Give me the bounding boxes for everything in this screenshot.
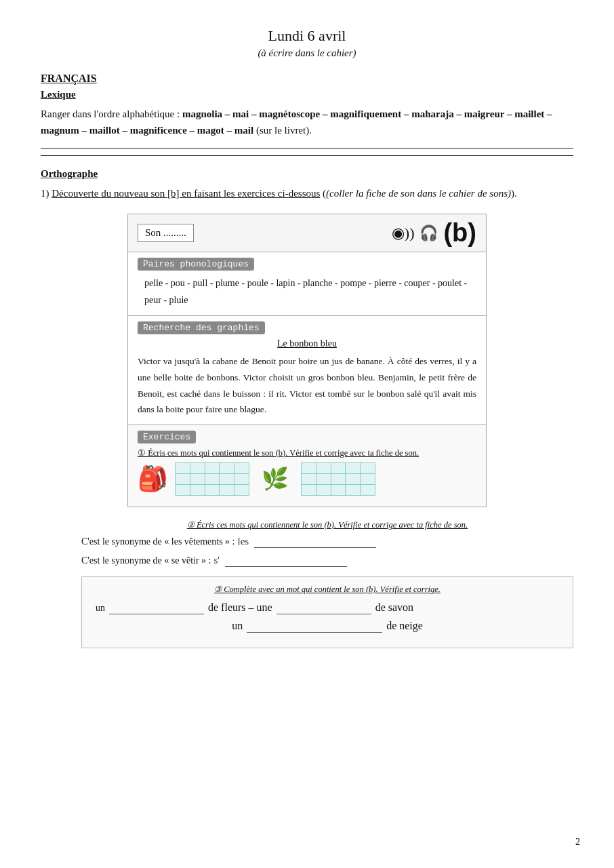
ex2-line2-answer: s' — [214, 555, 220, 566]
ex1-row: 🎒 🌿 — [138, 462, 476, 496]
recherche-label: Recherche des graphies — [138, 321, 265, 334]
ex3-line1-prefix: un — [96, 603, 105, 614]
francais-label: FRANÇAIS — [41, 73, 573, 85]
exercices-section: Exercices ① Écris ces mots qui contienne… — [128, 425, 486, 507]
lexique-label: Lexique — [41, 89, 573, 100]
page-number: 2 — [575, 837, 580, 848]
paires-label: Paires phonologiques — [138, 258, 254, 271]
grid-table-2 — [301, 462, 375, 496]
page-title: Lundi 6 avril — [41, 27, 573, 45]
orthographe-intro-underline: Découverte du nouveau son [b] en faisant… — [52, 188, 320, 199]
lexique-text: Ranger dans l'ordre alphabétique : magno… — [41, 106, 573, 138]
grid-table-1 — [175, 462, 249, 496]
son-text: Son ......... — [145, 227, 186, 238]
ex3-dots-3 — [247, 621, 382, 633]
phoneme-b: (b) — [443, 218, 476, 248]
ex3-box: ③ Complète avec un mot qui contient le s… — [81, 576, 573, 648]
ex3-dots-1 — [109, 603, 204, 614]
ex3-row1: un de fleurs – une de savon — [96, 601, 559, 614]
paires-words: pelle - pou - pull - plume - poule - lap… — [138, 275, 476, 309]
divider-1 — [41, 148, 573, 149]
bonbon-text: Victor va jusqu'à la cabane de Benoit po… — [138, 353, 476, 418]
ex3-dots-2 — [277, 603, 371, 614]
ear-icon: 🎧 — [419, 224, 438, 242]
orthographe-intro-italic: (coller la fiche de son dans le cahier d… — [326, 188, 511, 199]
ex2-text: ② Écris ces mots qui contiennent le son … — [81, 519, 573, 530]
ex3-line1-suffix: de savon — [375, 601, 413, 614]
page-subtitle: (à écrire dans le cahier) — [41, 47, 573, 59]
ex2-line2: C'est le synonyme de « se vêtir » : s' — [81, 555, 573, 567]
bag-icon: 🎒 — [138, 465, 168, 493]
recherche-section: Recherche des graphies Le bonbon bleu Vi… — [128, 315, 486, 425]
orthographe-section: Orthographe 1) Découverte du nouveau son… — [41, 168, 573, 648]
tree-icon: 🌿 — [262, 466, 289, 492]
lexique-after: (sur le livret). — [253, 125, 312, 136]
paires-section: Paires phonologiques pelle - pou - pull … — [128, 252, 486, 315]
ex3-row2: un de neige — [96, 620, 559, 633]
ex2-line2-dots — [225, 555, 347, 567]
ex2-line1: C'est le synonyme de « les vêtements » :… — [81, 536, 573, 548]
ex3-line1-middle: de fleurs – une — [208, 601, 272, 614]
ex3-line2-suffix: de neige — [386, 620, 423, 632]
orthographe-intro: 1) Découverte du nouveau son [b] en fais… — [41, 185, 573, 201]
ex3-line2-prefix: un — [232, 620, 243, 632]
lexique-section: Lexique Ranger dans l'ordre alphabétique… — [41, 89, 573, 138]
orthographe-label: Orthographe — [41, 168, 573, 180]
divider-2 — [41, 155, 573, 156]
ex2-line2-prefix: C'est le synonyme de « se vêtir » : — [81, 555, 211, 566]
lexique-before: Ranger dans l'ordre alphabétique : — [41, 108, 182, 119]
exercices-label: Exercices — [138, 431, 196, 443]
ex1-text: ① Écris ces mots qui contiennent le son … — [138, 448, 476, 458]
son-card: Son ......... ◉)) 🎧 (b) Paires phonologi… — [127, 214, 487, 507]
son-label: Son ......... — [138, 224, 194, 242]
ex2-line1-dots — [254, 536, 376, 548]
bonbon-title: Le bonbon bleu — [138, 338, 476, 349]
below-exercices: ② Écris ces mots qui contiennent le son … — [81, 519, 573, 648]
son-phoneme-area: ◉)) 🎧 (b) — [392, 218, 476, 248]
ex2-line1-prefix: C'est le synonyme de « les vêtements » : — [81, 536, 234, 547]
ex2-line1-answer: les — [237, 536, 249, 547]
son-card-header: Son ......... ◉)) 🎧 (b) — [128, 214, 486, 252]
ex3-title: ③ Complète avec un mot qui contient le s… — [96, 584, 559, 595]
speaker-icon: ◉)) — [392, 224, 415, 242]
section-francais: FRANÇAIS Lexique Ranger dans l'ordre alp… — [41, 73, 573, 648]
